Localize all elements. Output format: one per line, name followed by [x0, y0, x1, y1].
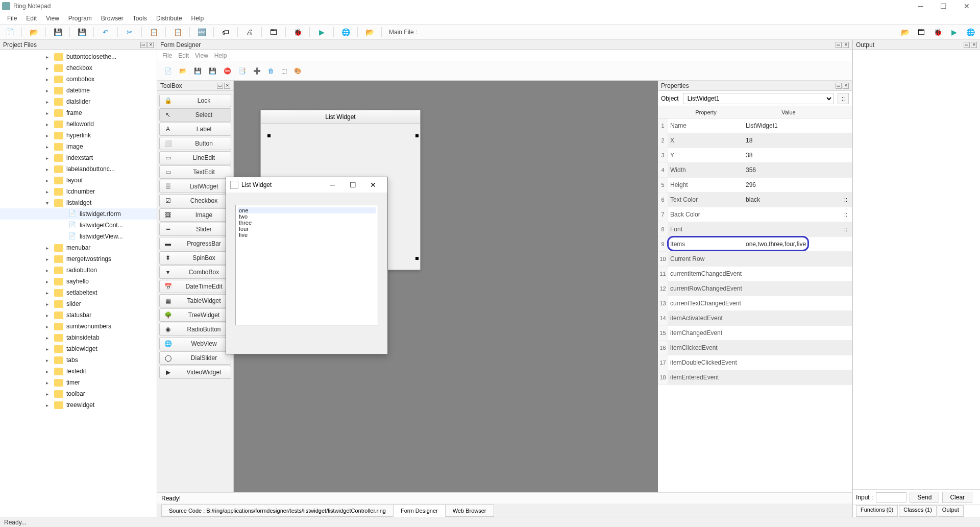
tree-item[interactable]: ▸buttontoclosethe... — [0, 51, 157, 62]
fd-menu-file[interactable]: File — [162, 52, 172, 59]
tree-item[interactable]: ▸lcdnumber — [0, 186, 157, 197]
property-row[interactable]: 1NameListWidget1 — [658, 118, 852, 133]
property-row[interactable]: 9Itemsone,two,three,four,five — [658, 237, 852, 252]
tool-textedit[interactable]: ▭TextEdit — [159, 165, 231, 179]
menu-tools[interactable]: Tools — [129, 13, 151, 23]
tree-item[interactable]: ▸setlabeltext — [0, 287, 157, 298]
tree-item[interactable]: ▸frame — [0, 107, 157, 118]
property-row[interactable]: 18itemEnteredEvent — [658, 370, 852, 385]
tree-item[interactable]: ▸radiobutton — [0, 265, 157, 276]
tree-item[interactable]: ▸dialslider — [0, 96, 157, 107]
object-select[interactable]: ListWidget1 — [683, 93, 834, 104]
panel-close-icon[interactable]: ✕ — [843, 42, 849, 48]
tree-item[interactable]: ▸mergetwostrings — [0, 253, 157, 265]
tree-item[interactable]: ▸sumtwonumbers — [0, 321, 157, 332]
tool-dialslider[interactable]: ◯DialSlider — [159, 351, 231, 365]
tool-webview[interactable]: 🌐WebView — [159, 337, 231, 350]
fd-tab[interactable]: Source Code : B:/ring/applications/formd… — [161, 505, 394, 517]
object-ellipsis-button[interactable]: :: — [838, 93, 849, 104]
open-icon[interactable]: 📂 — [29, 28, 38, 37]
tree-item[interactable]: ▸textedit — [0, 366, 157, 377]
menu-view[interactable]: View — [42, 13, 63, 23]
print-icon[interactable]: 🖨 — [245, 28, 254, 37]
popup-maximize-button[interactable]: ☐ — [342, 181, 363, 189]
open-folder-icon[interactable]: 📂 — [365, 28, 374, 37]
tool-videowidget[interactable]: ▶VideoWidget — [159, 366, 231, 379]
tool-image[interactable]: 🖼Image — [159, 208, 231, 222]
fd-delete-icon[interactable]: 🗑 — [268, 67, 274, 75]
fd-menu-help[interactable]: Help — [214, 52, 227, 59]
copy-icon[interactable]: 📋 — [149, 28, 158, 37]
fd-copy-icon[interactable]: 📑 — [238, 67, 246, 75]
property-row[interactable]: 4Width356 — [658, 163, 852, 178]
tree-item[interactable]: ▸image — [0, 141, 157, 152]
clear-button[interactable]: Clear — [942, 492, 972, 503]
fd-menu-edit[interactable]: Edit — [178, 52, 189, 59]
tool-progressbar[interactable]: ▬ProgressBar — [159, 237, 231, 250]
popup-close-button[interactable]: ✕ — [363, 181, 383, 189]
property-row[interactable]: 13currentTextChangedEvent — [658, 296, 852, 311]
form-designer-tabs[interactable]: Source Code : B:/ring/applications/formd… — [157, 504, 852, 517]
tool-button[interactable]: ⬜Button — [159, 137, 231, 150]
fd-tab[interactable]: Form Designer — [393, 505, 446, 517]
property-row[interactable]: 10Current Row — [658, 252, 852, 267]
output-tab[interactable]: Functions (0) — [856, 505, 898, 517]
globe2-icon[interactable]: 🌐 — [966, 28, 975, 37]
tree-item[interactable]: ▸toolbar — [0, 388, 157, 399]
fd-select-icon[interactable]: ⬚ — [281, 67, 287, 75]
menu-help[interactable]: Help — [187, 13, 208, 23]
debug-icon[interactable]: 🐞 — [293, 28, 302, 37]
output-tab[interactable]: Output — [938, 505, 964, 517]
input-field[interactable] — [876, 492, 906, 502]
font-icon[interactable]: 🔤 — [197, 28, 206, 37]
tool-lineedit[interactable]: ▭LineEdit — [159, 151, 231, 164]
tree-item[interactable]: ▸menubar — [0, 242, 157, 253]
property-row[interactable]: 16itemClickedEvent — [658, 341, 852, 355]
tree-item[interactable]: ▸combobox — [0, 74, 157, 85]
tree-item[interactable]: ▸helloworld — [0, 118, 157, 130]
tool-tablewidget[interactable]: ▦TableWidget — [159, 294, 231, 307]
property-row[interactable]: 12currentRowChangedEvent — [658, 281, 852, 296]
tree-item[interactable]: ▸hyperlink — [0, 130, 157, 141]
tool-label[interactable]: ALabel — [159, 123, 231, 136]
project-tree[interactable]: ▸buttontoclosethe...▸checkbox▸combobox▸d… — [0, 50, 157, 517]
toolbox-list[interactable]: 🔒Lock↖SelectALabel⬜Button▭LineEdit▭TextE… — [157, 91, 233, 492]
minimize-button[interactable]: ─ — [909, 0, 932, 12]
property-row[interactable]: 2X18 — [658, 133, 852, 148]
fd-palette-icon[interactable]: 🎨 — [294, 67, 302, 75]
maximize-button[interactable]: ☐ — [932, 0, 955, 12]
popup-minimize-button[interactable]: ─ — [322, 181, 342, 189]
undo-icon[interactable]: ↶ — [101, 28, 110, 37]
tree-item[interactable]: 📄listwidgetCont... — [0, 220, 157, 231]
listwidget-preview-window[interactable]: List Widget ─ ☐ ✕ onetwothreefourfive — [226, 177, 388, 354]
tree-item[interactable]: ▸sayhello — [0, 276, 157, 287]
tree-item[interactable]: ▸tablewidget — [0, 343, 157, 354]
form-canvas[interactable]: List Widget List Widget ─ ☐ — [234, 81, 658, 492]
fd-saveas-icon[interactable]: 💾 — [209, 67, 216, 75]
tree-item[interactable]: ▾listwidget — [0, 197, 157, 208]
tree-item[interactable]: ▸tabinsidetab — [0, 332, 157, 343]
cut-icon[interactable]: ✂ — [125, 28, 134, 37]
property-row[interactable]: 15itemChangedEvent — [658, 326, 852, 341]
app-window-icon[interactable]: 🗔 — [269, 28, 278, 37]
tool-radiobutton[interactable]: ◉RadioButton — [159, 323, 231, 336]
menu-edit[interactable]: Edit — [22, 13, 41, 23]
wnd-icon[interactable]: 🗔 — [917, 28, 926, 37]
list-item[interactable]: two — [238, 213, 376, 220]
tool-select[interactable]: ↖Select — [159, 108, 231, 122]
new-file-icon[interactable]: 📄 — [5, 28, 14, 37]
tree-item[interactable]: 📄listwidgetView... — [0, 231, 157, 242]
fd-new-icon[interactable]: 📄 — [164, 67, 172, 75]
fd-open-icon[interactable]: 📂 — [179, 67, 187, 75]
property-row[interactable]: 11currentItemChangedEvent — [658, 267, 852, 281]
run-icon[interactable]: ▶ — [317, 28, 326, 37]
menu-program[interactable]: Program — [64, 13, 96, 23]
tree-item[interactable]: ▸tabs — [0, 354, 157, 366]
tool-checkbox[interactable]: ☑Checkbox — [159, 194, 231, 207]
fd-tab[interactable]: Web Browser — [445, 505, 494, 517]
tree-item[interactable]: ▸treewidget — [0, 399, 157, 411]
property-row[interactable]: 14itemActivatedEvent — [658, 311, 852, 326]
tool-slider[interactable]: ━Slider — [159, 223, 231, 236]
property-row[interactable]: 3Y38 — [658, 148, 852, 163]
panel-close-icon[interactable]: ✕ — [148, 42, 154, 48]
